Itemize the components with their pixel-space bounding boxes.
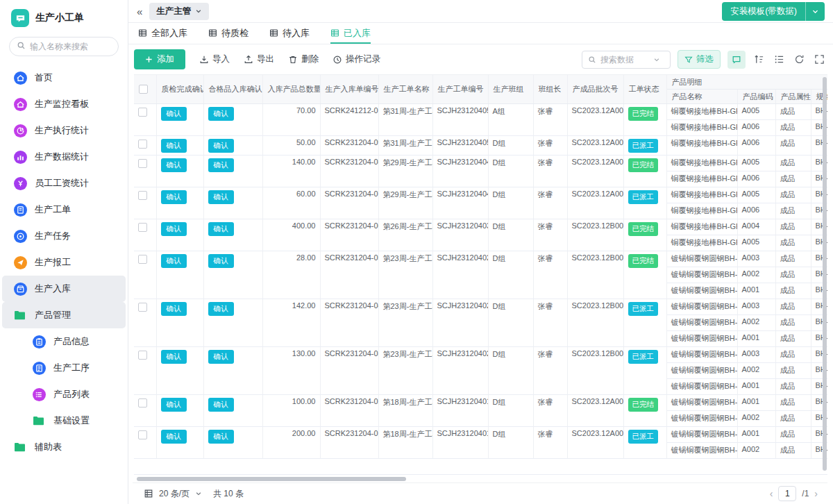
tab-2[interactable]: 待入库 — [269, 23, 310, 44]
product-name-cell: 镀锡铜覆钢圆钢BH-... — [666, 363, 737, 379]
inbound-confirm-button[interactable]: 确认 — [208, 350, 234, 364]
qc-confirm-button[interactable]: 确认 — [161, 430, 187, 444]
sidebar-search[interactable] — [9, 37, 119, 56]
install-template-label[interactable]: 安装模板(带数据) — [722, 2, 805, 21]
table-search-input[interactable] — [600, 55, 649, 65]
inbound-confirm-button[interactable]: 确认 — [208, 398, 234, 412]
topbar: « 生产主管 安装模板(带数据) — [128, 0, 833, 23]
refresh-button[interactable] — [793, 53, 806, 66]
row-checkbox[interactable] — [138, 430, 147, 439]
tab-0[interactable]: 全部入库 — [138, 23, 187, 44]
row-checkbox[interactable] — [138, 351, 147, 360]
next-page-button[interactable]: › — [814, 488, 818, 499]
inbound-confirm-button[interactable]: 确认 — [208, 430, 234, 444]
table-icon — [269, 28, 278, 37]
row-checkbox[interactable] — [138, 159, 147, 168]
sidebar-item-8[interactable]: 生产入库 — [2, 276, 126, 302]
row-checkbox[interactable] — [138, 191, 147, 200]
inbound-confirm-button[interactable]: 确认 — [208, 107, 234, 121]
fullscreen-button[interactable] — [813, 53, 826, 66]
qc-confirm-button[interactable]: 确认 — [161, 190, 187, 204]
select-all-checkbox[interactable] — [139, 85, 148, 94]
sidebar-search-input[interactable] — [30, 42, 128, 51]
sidebar-item-1[interactable]: 生产监控看板 — [2, 91, 126, 117]
horizontal-scrollbar[interactable] — [137, 477, 406, 481]
table-icon — [208, 28, 217, 37]
inbound-confirm-button[interactable]: 确认 — [208, 254, 234, 268]
sidebar-item-0[interactable]: 首页 — [2, 65, 126, 91]
table-search-select[interactable] — [582, 51, 671, 69]
row-height-button[interactable] — [773, 53, 786, 66]
sidebar-item-6[interactable]: 生产任务 — [2, 223, 126, 249]
sidebar-item-10[interactable]: 产品信息 — [2, 328, 126, 355]
tab-3[interactable]: 已入库 — [330, 23, 371, 44]
product-code-cell: A001 — [737, 283, 775, 299]
sidebar-item-2[interactable]: 生产执行统计 — [2, 117, 126, 144]
status-cell: 已完结 — [623, 104, 666, 136]
qc-confirm-button[interactable]: 确认 — [161, 398, 187, 412]
sidebar-item-3[interactable]: 生产数据统计 — [2, 144, 126, 170]
qc-confirm-button[interactable]: 确认 — [161, 350, 187, 364]
filter-button[interactable]: 筛选 — [678, 50, 721, 69]
comment-button[interactable] — [727, 51, 746, 69]
product-attr-cell: 成品 — [775, 251, 811, 267]
qc-confirm-button[interactable]: 确认 — [161, 139, 187, 153]
sidebar-item-14[interactable]: 辅助表 — [2, 434, 126, 460]
table-footer: 20 条/页 共 10 条 ‹ 1 /1 › — [133, 482, 827, 504]
inbound-confirm-button[interactable]: 确认 — [208, 158, 234, 172]
product-attr-cell: 成品 — [775, 299, 811, 315]
install-template-button[interactable]: 安装模板(带数据) — [722, 2, 825, 21]
current-page-input[interactable]: 1 — [778, 486, 796, 501]
inbound-confirm-button[interactable]: 确认 — [208, 302, 234, 316]
product-code-cell: A005 — [737, 187, 775, 203]
qc-confirm-button[interactable]: 确认 — [161, 254, 187, 268]
install-template-caret[interactable] — [806, 2, 825, 21]
sidebar-item-5[interactable]: 生产工单 — [2, 196, 126, 223]
order-no-cell: SCJH23120404 — [432, 187, 488, 219]
page-size-selector[interactable]: 20 条/页 — [144, 488, 202, 500]
column-header: 合格品入库确认 — [203, 75, 262, 104]
add-button[interactable]: 添加 — [134, 49, 185, 69]
sidebar-item-11[interactable]: 生产工序 — [2, 355, 126, 381]
batch-cell: SC2023.12A003 — [567, 104, 623, 136]
row-checkbox[interactable] — [138, 223, 147, 232]
sidebar-item-12[interactable]: 产品列表 — [2, 381, 126, 408]
qc-confirm-button[interactable]: 确认 — [161, 302, 187, 316]
row-checkbox[interactable] — [138, 255, 147, 264]
inbound-confirm-button[interactable]: 确认 — [208, 139, 234, 153]
batch-cell: SC2023.12A003 — [567, 136, 623, 156]
row-checkbox[interactable] — [138, 398, 147, 408]
sidebar-item-13[interactable]: 基础设置 — [2, 408, 126, 434]
status-cell: 已派工 — [623, 187, 666, 219]
row-checkbox[interactable] — [138, 303, 147, 312]
sidebar-item-7[interactable]: 生产报工 — [2, 249, 126, 276]
status-badge: 已派工 — [628, 190, 659, 204]
sidebar-item-label: 辅助表 — [35, 441, 62, 453]
prev-page-button[interactable]: ‹ — [770, 488, 773, 499]
row-checkbox[interactable] — [138, 140, 147, 149]
data-table-region: 质检完成确认合格品入库确认入库产品总数量生产入库单编号生产工单名称生产工单编号生… — [134, 74, 827, 475]
inbound-confirm-button[interactable]: 确认 — [208, 222, 234, 236]
team-cell: D组 — [488, 156, 533, 187]
export-button[interactable]: 导出 — [244, 53, 274, 65]
team-cell: D组 — [488, 187, 533, 219]
history-button[interactable]: 操作记录 — [333, 53, 380, 65]
inbound-confirm-button[interactable]: 确认 — [208, 190, 234, 204]
row-checkbox[interactable] — [138, 108, 147, 117]
qc-confirm-button[interactable]: 确认 — [161, 222, 187, 236]
workspace-selector[interactable]: 生产主管 — [149, 3, 209, 20]
order-no-cell: SCJH23120401 — [432, 427, 488, 459]
column-header: 生产班组 — [488, 75, 533, 104]
vertical-scrollbar[interactable] — [823, 77, 827, 471]
sidebar-item-4[interactable]: 员工工资统计 — [2, 170, 126, 196]
status-cell: 已派工 — [623, 427, 666, 459]
collapse-sidebar-button[interactable]: « — [137, 6, 142, 17]
tab-1[interactable]: 待质检 — [208, 23, 249, 44]
qc-confirm-button[interactable]: 确认 — [161, 158, 187, 172]
delete-button[interactable]: 删除 — [288, 53, 319, 65]
sidebar-item-9[interactable]: 产品管理 — [2, 302, 126, 328]
sidebar-item-label: 生产监控看板 — [35, 98, 89, 110]
sort-button[interactable] — [752, 53, 766, 66]
import-button[interactable]: 导入 — [199, 53, 230, 65]
qc-confirm-button[interactable]: 确认 — [161, 107, 187, 121]
